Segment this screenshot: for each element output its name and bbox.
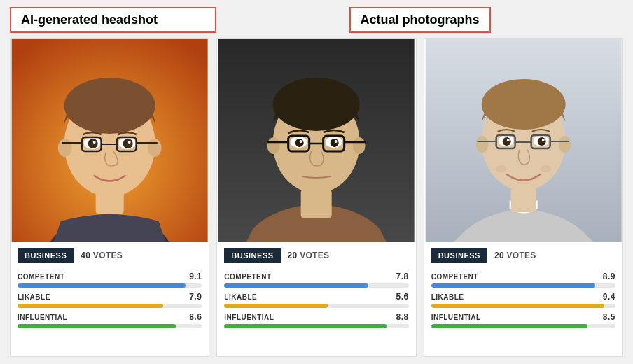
metric-name-1-0: COMPETENT xyxy=(224,273,271,281)
metric-label-1-2: INFLUENTIAL 8.8 xyxy=(224,312,408,322)
bar-track-2-1 xyxy=(431,304,615,308)
svg-point-52 xyxy=(495,165,506,172)
svg-point-53 xyxy=(540,165,551,172)
card-real-card-1: BUSINESS 20 VOTES COMPETENT 7.8 LIKABLE … xyxy=(216,38,416,357)
svg-point-39 xyxy=(475,136,488,153)
svg-point-11 xyxy=(93,141,96,144)
svg-point-12 xyxy=(128,141,131,144)
svg-point-10 xyxy=(123,139,133,148)
svg-point-23 xyxy=(353,137,366,154)
bar-fill-0-0 xyxy=(18,284,186,288)
svg-point-40 xyxy=(558,136,571,153)
svg-point-44 xyxy=(537,137,545,146)
bar-track-2-0 xyxy=(431,284,615,288)
bar-track-2-2 xyxy=(431,324,615,328)
card-ai-card: BUSINESS 40 VOTES COMPETENT 9.1 LIKABLE … xyxy=(10,38,209,357)
metric-score-0-0: 9.1 xyxy=(189,272,202,281)
svg-point-29 xyxy=(335,140,338,143)
metric-row-1-0: COMPETENT 7.8 xyxy=(224,272,408,288)
metric-score-1-0: 7.8 xyxy=(396,272,408,281)
bar-fill-2-2 xyxy=(431,324,588,328)
bar-track-1-0 xyxy=(224,284,408,288)
bar-track-1-1 xyxy=(224,304,408,308)
votes-label-2: VOTES xyxy=(507,251,536,260)
metric-name-0-2: INFLUENTIAL xyxy=(18,314,67,321)
svg-point-27 xyxy=(331,139,339,147)
bar-fill-1-0 xyxy=(224,284,368,288)
business-badge-0: BUSINESS xyxy=(18,248,74,263)
bar-track-1-2 xyxy=(224,324,408,328)
bar-fill-0-1 xyxy=(18,304,163,308)
svg-point-6 xyxy=(148,139,162,157)
metric-score-0-2: 8.6 xyxy=(189,312,202,322)
photo-real-card-1 xyxy=(217,39,415,242)
photo-ai-card xyxy=(11,39,209,242)
bar-fill-2-1 xyxy=(431,304,605,308)
header-row: AI-generated headshot Actual photographs xyxy=(10,7,623,33)
metric-score-1-2: 8.8 xyxy=(396,312,408,322)
bar-track-0-1 xyxy=(18,304,202,308)
metrics-2: COMPETENT 8.9 LIKABLE 9.4 INFLUENTIAL 8.… xyxy=(424,269,622,356)
metric-name-1-2: INFLUENTIAL xyxy=(224,314,274,321)
metric-row-0-1: LIKABLE 7.9 xyxy=(18,292,202,308)
header-right: Actual photographs xyxy=(216,7,623,33)
metric-label-0-2: INFLUENTIAL 8.6 xyxy=(18,312,202,322)
metric-label-1-0: COMPETENT 7.8 xyxy=(224,272,408,281)
metric-label-2-0: COMPETENT 8.9 xyxy=(431,272,615,281)
votes-label-0: VOTES xyxy=(93,251,123,260)
metric-name-2-0: COMPETENT xyxy=(431,273,478,281)
metric-row-2-0: COMPETENT 8.9 xyxy=(431,272,615,288)
header-left: AI-generated headshot xyxy=(10,7,216,33)
svg-point-9 xyxy=(88,139,98,148)
votes-row-1: BUSINESS 20 VOTES xyxy=(217,242,415,269)
metric-score-1-1: 5.6 xyxy=(396,292,408,302)
metric-label-0-1: LIKABLE 7.9 xyxy=(18,292,202,302)
metric-score-2-2: 8.5 xyxy=(603,312,615,322)
metric-score-2-1: 9.4 xyxy=(603,292,615,302)
metric-row-2-2: INFLUENTIAL 8.5 xyxy=(431,312,615,328)
bar-track-0-2 xyxy=(18,324,202,328)
svg-point-28 xyxy=(300,140,302,143)
svg-point-46 xyxy=(541,139,544,141)
metric-score-2-0: 8.9 xyxy=(603,272,615,281)
votes-count-2: 20 xyxy=(494,251,504,260)
svg-rect-19 xyxy=(301,190,332,218)
ai-section-label: AI-generated headshot xyxy=(10,7,216,33)
actual-section-label: Actual photographs xyxy=(349,7,491,33)
svg-point-5 xyxy=(58,139,72,157)
metric-row-1-1: LIKABLE 5.6 xyxy=(224,292,408,308)
votes-row-0: BUSINESS 40 VOTES xyxy=(11,242,209,269)
metric-row-0-0: COMPETENT 9.1 xyxy=(18,272,202,288)
svg-point-43 xyxy=(502,137,510,146)
metric-score-0-1: 7.9 xyxy=(189,292,202,302)
votes-text-1: 20 VOTES xyxy=(288,251,330,260)
bar-fill-1-2 xyxy=(224,324,387,328)
business-badge-1: BUSINESS xyxy=(224,248,280,263)
metric-label-1-1: LIKABLE 5.6 xyxy=(224,292,408,302)
metrics-1: COMPETENT 7.8 LIKABLE 5.6 INFLUENTIAL 8.… xyxy=(217,269,415,356)
metric-row-0-2: INFLUENTIAL 8.6 xyxy=(18,312,202,328)
votes-count-0: 40 xyxy=(81,251,90,260)
metric-label-2-2: INFLUENTIAL 8.5 xyxy=(431,312,615,322)
metric-name-2-2: INFLUENTIAL xyxy=(431,314,481,321)
svg-rect-36 xyxy=(510,188,536,212)
votes-label-1: VOTES xyxy=(300,251,329,260)
cards-row: BUSINESS 40 VOTES COMPETENT 9.1 LIKABLE … xyxy=(10,38,623,357)
metric-label-2-1: LIKABLE 9.4 xyxy=(431,292,615,302)
business-badge-2: BUSINESS xyxy=(431,248,487,263)
metric-name-0-0: COMPETENT xyxy=(18,273,64,281)
metrics-0: COMPETENT 9.1 LIKABLE 7.9 INFLUENTIAL 8.… xyxy=(11,269,209,356)
metric-name-0-1: LIKABLE xyxy=(18,293,50,301)
metric-label-0-0: COMPETENT 9.1 xyxy=(18,272,202,281)
votes-text-2: 20 VOTES xyxy=(494,251,536,260)
svg-point-26 xyxy=(295,139,304,147)
votes-count-1: 20 xyxy=(288,251,298,260)
metric-name-2-1: LIKABLE xyxy=(431,293,464,301)
metric-name-1-1: LIKABLE xyxy=(224,293,257,301)
bar-track-0-0 xyxy=(18,284,202,288)
photo-real-card-2 xyxy=(424,39,622,242)
metric-row-1-2: INFLUENTIAL 8.8 xyxy=(224,312,408,328)
bar-fill-0-2 xyxy=(18,324,176,328)
card-real-card-2: BUSINESS 20 VOTES COMPETENT 8.9 LIKABLE … xyxy=(424,38,623,357)
votes-text-0: 40 VOTES xyxy=(81,251,123,260)
